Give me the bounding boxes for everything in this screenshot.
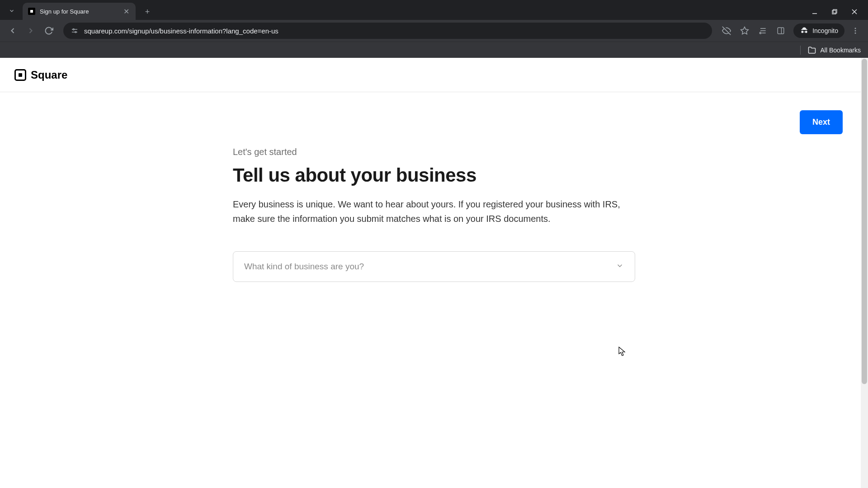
svg-point-14 bbox=[760, 32, 761, 33]
browser-chrome: Sign up for Square ✕ + bbox=[0, 0, 868, 58]
page-header: Square bbox=[0, 58, 868, 92]
new-tab-button[interactable]: + bbox=[140, 5, 155, 19]
url-text: squareup.com/signup/us/business-informat… bbox=[84, 27, 705, 35]
svg-point-19 bbox=[855, 33, 856, 34]
scrollbar-track[interactable] bbox=[861, 58, 868, 488]
svg-point-17 bbox=[855, 28, 856, 29]
svg-rect-15 bbox=[778, 28, 784, 34]
svg-point-18 bbox=[855, 30, 856, 32]
action-bar: Next bbox=[0, 92, 868, 134]
scrollbar-thumb[interactable] bbox=[862, 59, 867, 384]
bookmark-star-icon[interactable] bbox=[737, 23, 752, 38]
site-settings-icon[interactable] bbox=[71, 27, 79, 35]
page-title: Tell us about your business bbox=[233, 164, 635, 186]
square-logo-text: Square bbox=[31, 69, 67, 81]
media-icon[interactable] bbox=[755, 23, 770, 38]
select-placeholder: What kind of business are you? bbox=[244, 262, 364, 272]
tab-title: Sign up for Square bbox=[40, 8, 118, 15]
tab-bar: Sign up for Square ✕ + bbox=[0, 0, 868, 20]
page-content: Square Next Let's get started Tell us ab… bbox=[0, 58, 868, 488]
window-controls bbox=[810, 7, 868, 16]
close-window-button[interactable] bbox=[850, 7, 859, 16]
eye-off-icon[interactable] bbox=[719, 23, 734, 38]
reload-button[interactable] bbox=[42, 23, 56, 38]
svg-point-7 bbox=[73, 29, 74, 30]
form-content: Let's get started Tell us about your bus… bbox=[215, 147, 653, 282]
tab-favicon bbox=[28, 8, 35, 15]
close-icon[interactable]: ✕ bbox=[122, 7, 130, 15]
address-bar[interactable]: squareup.com/signup/us/business-informat… bbox=[63, 23, 712, 39]
browser-toolbar: squareup.com/signup/us/business-informat… bbox=[0, 20, 868, 42]
bookmarks-bar: All Bookmarks bbox=[0, 42, 868, 58]
menu-icon[interactable] bbox=[848, 23, 863, 38]
page-description: Every business is unique. We want to hea… bbox=[233, 197, 635, 226]
next-button[interactable]: Next bbox=[800, 110, 843, 134]
svg-rect-1 bbox=[832, 10, 836, 14]
forward-button[interactable] bbox=[24, 23, 38, 38]
separator bbox=[800, 46, 801, 55]
svg-marker-10 bbox=[741, 27, 749, 34]
svg-point-8 bbox=[75, 32, 76, 33]
side-panel-icon[interactable] bbox=[774, 23, 788, 38]
square-logo[interactable]: Square bbox=[14, 69, 67, 81]
maximize-button[interactable] bbox=[830, 7, 839, 16]
browser-tab[interactable]: Sign up for Square ✕ bbox=[23, 3, 136, 20]
eyebrow-text: Let's get started bbox=[233, 147, 635, 157]
minimize-button[interactable] bbox=[810, 7, 819, 16]
incognito-badge[interactable]: Incognito bbox=[793, 23, 844, 38]
cursor-icon bbox=[618, 347, 627, 357]
incognito-icon bbox=[800, 26, 809, 35]
square-logo-icon bbox=[14, 69, 26, 81]
svg-rect-2 bbox=[833, 9, 837, 13]
tab-search-button[interactable] bbox=[4, 3, 20, 19]
back-button[interactable] bbox=[5, 23, 20, 38]
chevron-down-icon bbox=[616, 262, 624, 272]
folder-icon bbox=[808, 46, 816, 54]
incognito-label: Incognito bbox=[812, 27, 838, 34]
business-type-select[interactable]: What kind of business are you? bbox=[233, 251, 635, 282]
all-bookmarks-button[interactable]: All Bookmarks bbox=[821, 47, 861, 54]
